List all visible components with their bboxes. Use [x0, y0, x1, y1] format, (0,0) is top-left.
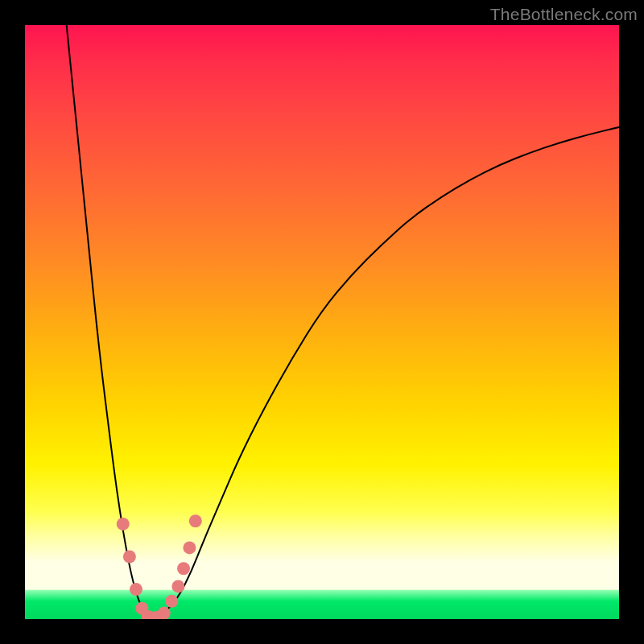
watermark-label: TheBottleneck.com: [490, 5, 638, 24]
chart-frame: TheBottleneck.com: [0, 0, 644, 644]
gradient-background: [25, 25, 619, 619]
plot-area: [25, 25, 619, 619]
